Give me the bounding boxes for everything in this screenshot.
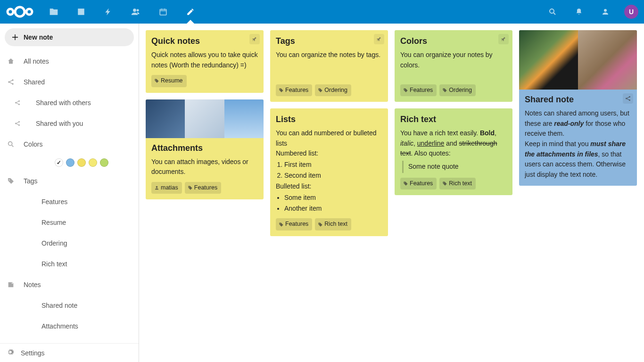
color-swatch[interactable] xyxy=(55,158,63,167)
top-bar: U xyxy=(0,0,644,24)
tag-icon xyxy=(318,222,323,227)
card-body: Notes can shared among users, but these … xyxy=(525,108,631,139)
chip-tag[interactable]: Ordering xyxy=(315,84,351,96)
chip-tag[interactable]: Features xyxy=(400,84,437,96)
bulleted-label: Bulleted list: xyxy=(276,181,382,192)
pin-icon[interactable] xyxy=(498,34,509,44)
sidebar-tag-item[interactable]: Resume xyxy=(0,212,139,233)
topbar-left xyxy=(6,0,198,24)
color-swatch[interactable] xyxy=(100,158,108,167)
list-item: First item xyxy=(284,160,382,170)
nav-shared-with-you[interactable]: Shared with you xyxy=(0,113,139,134)
notes-icon[interactable] xyxy=(183,0,198,24)
tag-icon xyxy=(442,181,447,186)
avatar[interactable]: U xyxy=(624,5,638,19)
card-title: Attachments xyxy=(151,142,258,155)
photos-icon[interactable] xyxy=(74,0,89,24)
new-note-label: New note xyxy=(24,33,53,41)
note-rich-text[interactable]: Rich text You have a rich text easily. B… xyxy=(395,108,512,195)
color-swatch[interactable] xyxy=(89,158,97,167)
app-logo[interactable] xyxy=(6,4,34,19)
topbar-right: U xyxy=(545,0,638,24)
card-body: You can organize your notes by colors. xyxy=(400,50,507,70)
card-body: You have a rich text easily. Bold, itali… xyxy=(400,128,507,159)
list-item: Some item xyxy=(284,193,382,203)
files-icon[interactable] xyxy=(46,0,61,24)
share-icon[interactable] xyxy=(623,93,633,104)
card-images xyxy=(519,30,637,90)
sidebar-tag-item[interactable]: Ordering xyxy=(0,233,139,254)
chip-user[interactable]: matias xyxy=(151,182,182,194)
nav-all-notes[interactable]: All notes xyxy=(0,51,139,72)
chip-tag[interactable]: Rich text xyxy=(315,218,351,230)
list-item: Second item xyxy=(284,171,382,181)
note-attachments[interactable]: Attachments You can attach images, video… xyxy=(146,99,264,200)
sidebar-settings[interactable]: Settings xyxy=(0,343,139,362)
attachment-image xyxy=(519,30,578,90)
card-title: Colors xyxy=(400,35,507,48)
nav-shared[interactable]: Shared xyxy=(0,72,139,92)
sidebar-note-item[interactable]: Shared note xyxy=(0,295,139,316)
tag-icon xyxy=(279,88,284,93)
color-swatch[interactable] xyxy=(77,158,86,167)
search-icon[interactable] xyxy=(545,0,560,24)
note-tags[interactable]: Tags You can organize the notes by tags.… xyxy=(270,30,388,102)
main-content: Quick notes Quick notes allows you to ta… xyxy=(139,24,644,362)
svg-point-6 xyxy=(550,9,554,13)
card-chips: matias Features xyxy=(151,182,258,194)
contacts-icon[interactable] xyxy=(128,0,143,24)
chip-tag[interactable]: Ordering xyxy=(439,84,476,96)
page-body: New note All notes Shared Shared with ot… xyxy=(0,24,644,362)
list-item: Another item xyxy=(284,204,382,214)
color-swatch[interactable] xyxy=(66,158,74,167)
sidebar-tag-item[interactable]: Rich text xyxy=(0,254,139,274)
nav-notes[interactable]: Notes xyxy=(0,274,139,295)
new-note-button[interactable]: New note xyxy=(5,28,134,46)
svg-point-3 xyxy=(133,8,136,12)
card-images xyxy=(146,99,264,138)
activity-icon[interactable] xyxy=(101,0,116,24)
svg-point-17 xyxy=(8,142,12,146)
chip-tag[interactable]: Features xyxy=(185,182,221,194)
person-icon xyxy=(154,185,159,190)
note-colors[interactable]: Colors You can organize your notes by co… xyxy=(395,30,512,102)
chip-tag[interactable]: Resume xyxy=(151,75,187,87)
chip-tag[interactable]: Rich text xyxy=(439,178,476,189)
note-quick-notes[interactable]: Quick notes Quick notes allows you to ta… xyxy=(146,30,264,93)
quote: Some note quote xyxy=(402,161,507,173)
gear-icon xyxy=(7,348,14,357)
tag-icon xyxy=(279,222,284,227)
numbered-list: First itemSecond item xyxy=(284,160,382,181)
card-chips: FeaturesOrdering xyxy=(276,84,351,96)
svg-point-0 xyxy=(8,9,13,15)
card-body: Quick notes allows you to take quick not… xyxy=(151,50,258,70)
notes-grid: Quick notes Quick notes allows you to ta… xyxy=(146,30,637,236)
sidebar-note-item[interactable]: Attachments xyxy=(0,316,139,337)
chip-tag[interactable]: Features xyxy=(276,84,312,96)
bulleted-list: Some itemAnother item xyxy=(284,193,382,214)
pin-icon[interactable] xyxy=(249,34,260,44)
svg-point-18 xyxy=(156,186,158,188)
calendar-icon[interactable] xyxy=(156,0,171,24)
chip-tag[interactable]: Features xyxy=(276,218,312,230)
card-chips: FeaturesRich text xyxy=(276,218,382,230)
card-title: Shared note xyxy=(525,93,631,107)
card-body-2: Keep in mind that you must share the att… xyxy=(525,139,631,180)
note-icon xyxy=(7,281,15,288)
card-body: You can attach images, videos or documen… xyxy=(151,157,258,177)
pin-icon[interactable] xyxy=(374,34,384,44)
svg-point-7 xyxy=(604,9,607,12)
card-title: Lists xyxy=(276,113,382,126)
nav-shared-with-others[interactable]: Shared with others xyxy=(0,92,139,113)
people-icon[interactable] xyxy=(598,0,613,24)
nav-tags[interactable]: Tags xyxy=(0,171,139,191)
tag-icon xyxy=(188,185,193,190)
nav-colors[interactable]: Colors xyxy=(0,134,139,155)
note-lists[interactable]: Lists You can add numbered or bulleted l… xyxy=(270,108,388,236)
sidebar-tag-item[interactable]: Features xyxy=(0,191,139,212)
chip-tag[interactable]: Features xyxy=(400,178,437,189)
tag-icon xyxy=(442,88,447,93)
note-shared[interactable]: Shared note Notes can shared among users… xyxy=(519,30,637,186)
share-icon xyxy=(7,78,15,86)
notifications-icon[interactable] xyxy=(571,0,586,24)
